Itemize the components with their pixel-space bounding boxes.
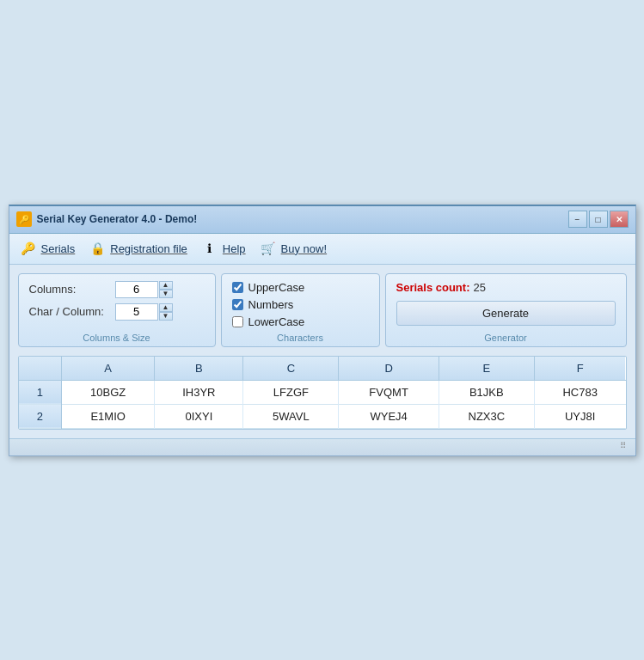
- data-cell: 5WAVL: [243, 404, 339, 428]
- data-cell: FVQMT: [339, 380, 439, 404]
- data-cell: B1JKB: [439, 380, 534, 404]
- serials-count-value: 25: [473, 281, 485, 294]
- serials-table: A B C D E F 110BGZIH3YRLFZGFFVQMTB1JKBHC…: [19, 357, 626, 429]
- table-header-row: A B C D E F: [19, 357, 626, 381]
- table-row: 110BGZIH3YRLFZGFFVQMTB1JKBHC783: [19, 380, 626, 404]
- registration-icon: 🔒: [89, 240, 106, 257]
- columns-down-button[interactable]: ▼: [159, 290, 173, 298]
- charcolumn-up-button[interactable]: ▲: [159, 303, 173, 312]
- columns-up-button[interactable]: ▲: [159, 281, 173, 290]
- col-header-c: C: [243, 357, 339, 381]
- columns-panel-label: Columns & Size: [19, 333, 215, 343]
- uppercase-label: UpperCase: [248, 281, 305, 294]
- characters-panel: UpperCase Numbers LowerCase Characters: [221, 273, 380, 347]
- menu-label-buynow: Buy now!: [281, 242, 327, 255]
- numbers-row: Numbers: [232, 298, 369, 311]
- generator-panel-label: Generator: [386, 333, 626, 343]
- charcolumn-spinner-buttons: ▲ ▼: [159, 303, 173, 321]
- lowercase-row: LowerCase: [232, 315, 369, 328]
- data-cell: UYJ8I: [534, 404, 625, 428]
- window-title: Serial Key Generator 4.0 - Demo!: [37, 213, 568, 225]
- charcolumn-spinner: ▲ ▼: [115, 303, 173, 321]
- menu-label-serials: Serials: [41, 242, 76, 255]
- charcolumn-down-button[interactable]: ▼: [159, 312, 173, 321]
- menu-item-buynow[interactable]: 🛒 Buy now!: [253, 236, 334, 260]
- close-button[interactable]: ✕: [610, 211, 629, 228]
- data-table-container: A B C D E F 110BGZIH3YRLFZGFFVQMTB1JKBHC…: [18, 356, 627, 430]
- charcolumn-label: Char / Column:: [29, 305, 115, 318]
- resize-grip-icon: ⠿: [620, 441, 632, 453]
- data-cell: WYEJ4: [339, 404, 439, 428]
- menu-label-help: Help: [223, 242, 246, 255]
- main-window: 🔑 Serial Key Generator 4.0 - Demo! − □ ✕…: [9, 205, 636, 456]
- data-cell: 10BGZ: [62, 380, 155, 404]
- lowercase-label: LowerCase: [248, 315, 305, 328]
- generator-panel: Serials count: 25 Generate Generator: [385, 273, 627, 347]
- columns-spinner-buttons: ▲ ▼: [159, 281, 173, 298]
- col-header-row-num: [19, 357, 62, 381]
- data-cell: E1MIO: [62, 404, 155, 428]
- menu-bar: 🔑 Serials 🔒 Registration file ℹ Help 🛒 B…: [9, 234, 635, 265]
- columns-panel: Columns: ▲ ▼ Char / Column: ▲: [18, 273, 216, 347]
- top-panels: Columns: ▲ ▼ Char / Column: ▲: [18, 273, 627, 347]
- uppercase-checkbox[interactable]: [232, 282, 243, 293]
- data-cell: IH3YR: [155, 380, 243, 404]
- table-row: 2E1MIO0IXYI5WAVLWYEJ4NZX3CUYJ8I: [19, 404, 626, 428]
- data-cell: LFZGF: [243, 380, 339, 404]
- charcolumn-row: Char / Column: ▲ ▼: [29, 303, 205, 321]
- window-controls: − □ ✕: [568, 211, 629, 228]
- data-cell: HC783: [534, 380, 625, 404]
- menu-label-registration: Registration file: [110, 242, 187, 255]
- maximize-button[interactable]: □: [589, 211, 608, 228]
- content-area: Columns: ▲ ▼ Char / Column: ▲: [9, 265, 635, 438]
- columns-spinner: ▲ ▼: [115, 281, 173, 298]
- data-cell: 0IXYI: [155, 404, 243, 428]
- numbers-checkbox[interactable]: [232, 299, 243, 310]
- minimize-button[interactable]: −: [568, 211, 587, 228]
- help-icon: ℹ: [201, 240, 218, 257]
- generate-button[interactable]: Generate: [396, 301, 616, 326]
- row-number-cell: 2: [19, 404, 62, 428]
- title-bar: 🔑 Serial Key Generator 4.0 - Demo! − □ ✕: [9, 206, 635, 234]
- bottom-bar: ⠿: [9, 438, 635, 455]
- columns-input[interactable]: [115, 281, 158, 298]
- table-body: 110BGZIH3YRLFZGFFVQMTB1JKBHC7832E1MIO0IX…: [19, 380, 626, 428]
- uppercase-row: UpperCase: [232, 281, 369, 294]
- characters-panel-label: Characters: [222, 333, 379, 343]
- numbers-label: Numbers: [248, 298, 294, 311]
- app-icon: 🔑: [16, 211, 32, 227]
- col-header-a: A: [62, 357, 155, 381]
- col-header-b: B: [155, 357, 243, 381]
- data-cell: NZX3C: [439, 404, 534, 428]
- lowercase-checkbox[interactable]: [232, 316, 243, 327]
- menu-item-help[interactable]: ℹ Help: [194, 236, 253, 260]
- charcolumn-input[interactable]: [115, 303, 158, 321]
- col-header-e: E: [439, 357, 534, 381]
- col-header-d: D: [339, 357, 439, 381]
- menu-item-serials[interactable]: 🔑 Serials: [13, 236, 83, 260]
- serials-count-row: Serials count: 25: [396, 281, 616, 294]
- columns-label: Columns:: [29, 283, 115, 296]
- row-number-cell: 1: [19, 380, 62, 404]
- table-header: A B C D E F: [19, 357, 626, 381]
- serials-icon: 🔑: [20, 240, 37, 257]
- menu-item-registration[interactable]: 🔒 Registration file: [82, 236, 194, 260]
- buynow-icon: 🛒: [260, 240, 277, 257]
- col-header-f: F: [534, 357, 625, 381]
- serials-count-label: Serials count:: [396, 281, 470, 294]
- columns-row: Columns: ▲ ▼: [29, 281, 205, 298]
